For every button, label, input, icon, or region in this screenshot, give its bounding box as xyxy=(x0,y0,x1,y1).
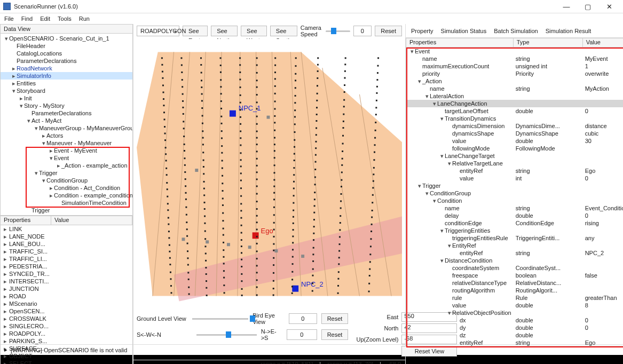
tree-item[interactable]: ▸Actors xyxy=(1,132,132,139)
proplist-item[interactable]: ▸SELECT xyxy=(1,360,132,364)
tree-item[interactable]: FileHeader xyxy=(1,42,132,50)
expand-icon[interactable]: ▸ xyxy=(4,346,7,353)
svg-rect-352 xyxy=(340,215,341,217)
menu-edit[interactable]: Edit xyxy=(40,15,50,22)
proplist-item[interactable]: ▸PEDESTRIA... xyxy=(1,263,132,270)
nes-value[interactable]: 0 xyxy=(287,329,317,340)
svg-rect-345 xyxy=(341,164,343,166)
tree-item[interactable]: ▸Init xyxy=(1,94,132,102)
proplist-item[interactable]: ▸LANE_BOU... xyxy=(1,240,132,248)
proplist-item[interactable]: ▸JUNCTION xyxy=(1,285,132,292)
tree-item[interactable]: ▸Entities xyxy=(1,80,132,87)
svg-rect-258 xyxy=(273,272,274,274)
tree-item[interactable]: Trigger xyxy=(1,207,132,214)
svg-rect-333 xyxy=(344,77,345,79)
tree-item[interactable]: ▾Storyboard xyxy=(1,87,132,94)
svg-rect-343 xyxy=(342,151,343,152)
svg-rect-206 xyxy=(256,144,258,145)
tree-item[interactable]: ▸RoadNetwork xyxy=(1,65,132,72)
proplist-item[interactable]: ▸SINGLECRO... xyxy=(1,322,132,330)
proplist-item[interactable]: ▸LINK xyxy=(1,225,132,233)
svg-rect-226 xyxy=(256,287,258,288)
svg-rect-28 xyxy=(162,85,164,86)
proplist-item[interactable]: ▸LANE_NODE xyxy=(1,233,132,240)
svg-rect-235 xyxy=(274,108,275,110)
svg-rect-102 xyxy=(202,123,203,124)
svg-rect-121 xyxy=(205,260,207,262)
proplist-item[interactable]: ▸ROADPOLY... xyxy=(1,330,132,337)
reset-view-1[interactable]: Reset xyxy=(321,313,349,324)
tree-item[interactable]: ▾OpenSCENARIO - Scenario_Cut_in_1 xyxy=(1,35,132,42)
view-slider-1[interactable] xyxy=(192,314,248,323)
left-properties-list[interactable]: ▸LINK▸LANE_NODE▸LANE_BOU...▸TRAFFIC_SI..… xyxy=(0,225,133,364)
svg-rect-318 xyxy=(313,212,315,213)
camera-speed-slider[interactable] xyxy=(326,26,350,36)
proplist-item[interactable]: ▸OpenSCEN... xyxy=(1,307,132,315)
menu-file[interactable]: File xyxy=(4,15,14,22)
tab-simulation-result[interactable]: Simulation Result xyxy=(546,28,592,34)
tree-item[interactable]: ▾ManeuverGroup - MyManeuverGroup xyxy=(1,124,132,132)
svg-rect-198 xyxy=(256,86,258,88)
proplist-item[interactable]: ▸TRAFFIC_SI... xyxy=(1,248,132,255)
svg-rect-116 xyxy=(204,223,206,224)
svg-rect-323 xyxy=(313,247,314,249)
svg-rect-301 xyxy=(317,93,318,94)
svg-rect-109 xyxy=(203,173,204,175)
tree-item[interactable]: CatalogLocations xyxy=(1,50,132,57)
see-east-button[interactable]: See East xyxy=(183,26,208,36)
close-button[interactable]: ✕ xyxy=(598,1,620,12)
svg-rect-322 xyxy=(313,239,314,241)
minimize-button[interactable]: — xyxy=(556,1,577,12)
svg-rect-321 xyxy=(313,233,314,234)
proplist-item[interactable]: ▸OBJECT xyxy=(1,352,132,360)
proplist-item[interactable]: ▸INTERSECTI... xyxy=(1,278,132,285)
svg-rect-199 xyxy=(256,94,258,96)
svg-rect-277 xyxy=(293,167,295,169)
svg-rect-380 xyxy=(373,173,374,175)
tab-batch-simulation[interactable]: Batch Simulation xyxy=(494,28,538,34)
proplist-item[interactable]: ▸ROAD xyxy=(1,292,132,300)
proplist-item[interactable]: ▸SYNCED_TR... xyxy=(1,270,132,278)
tree-view[interactable]: ▾OpenSCENARIO - Scenario_Cut_in_1FileHea… xyxy=(0,34,133,216)
svg-rect-87 xyxy=(187,257,188,259)
svg-rect-366 xyxy=(377,72,378,74)
tree-item[interactable]: ▾Maneuver - MyManeuver xyxy=(1,139,132,147)
tree-item[interactable]: ▸SimulatorInfo xyxy=(1,72,132,80)
svg-rect-108 xyxy=(203,166,204,168)
see-west-button[interactable]: See West xyxy=(241,26,267,36)
svg-rect-85 xyxy=(187,243,188,244)
reset-view-2[interactable]: Reset xyxy=(321,329,349,340)
camera-reset-button[interactable]: Reset xyxy=(375,26,402,36)
menu-run[interactable]: Run xyxy=(79,15,90,22)
layer-dropdown[interactable]: ROADPOLYGON xyxy=(137,26,179,36)
svg-rect-315 xyxy=(314,192,316,193)
svg-rect-125 xyxy=(206,287,207,289)
svg-rect-89 xyxy=(187,272,189,273)
tree-item[interactable]: ParameterDeclarations xyxy=(1,109,132,117)
tree-item[interactable]: ▾Story - MyStory xyxy=(1,102,132,109)
proplist-item[interactable]: ▸PARKING_S... xyxy=(1,337,132,345)
see-south-button[interactable]: See South xyxy=(270,26,297,36)
tree-item[interactable]: ParameterDeclarations xyxy=(1,57,132,65)
tab-property[interactable]: Property xyxy=(411,28,433,34)
svg-rect-170 xyxy=(240,130,241,132)
tree-item[interactable]: ▾Act - MyAct xyxy=(1,117,132,124)
see-north-button[interactable]: See North xyxy=(211,26,238,36)
menu-tools[interactable]: Tools xyxy=(58,15,72,22)
view-slider-2[interactable] xyxy=(196,330,257,339)
camera-speed-value[interactable]: 0 xyxy=(353,26,372,36)
window-title: ScenarioRunner (v1.6.0) xyxy=(14,3,78,10)
proplist-item[interactable]: ▸TRAFFIC_LI... xyxy=(1,255,132,263)
viewport-3d[interactable]: NPC_1 Ego NPC_2 xyxy=(137,39,402,309)
bird-view-value[interactable]: 0 xyxy=(289,313,317,324)
proplist-item[interactable]: ▸MScenario xyxy=(1,300,132,307)
up-label: Up(Zoom Level) xyxy=(350,336,398,343)
svg-rect-19 xyxy=(248,246,251,249)
svg-rect-222 xyxy=(256,258,258,259)
svg-rect-205 xyxy=(256,137,258,139)
menu-find[interactable]: Find xyxy=(21,15,33,22)
maximize-button[interactable]: ▢ xyxy=(577,1,598,12)
proplist-item[interactable]: ▸CROSSWALK xyxy=(1,315,132,322)
svg-rect-368 xyxy=(376,86,378,88)
tab-simulation-status[interactable]: Simulation Status xyxy=(441,28,487,34)
